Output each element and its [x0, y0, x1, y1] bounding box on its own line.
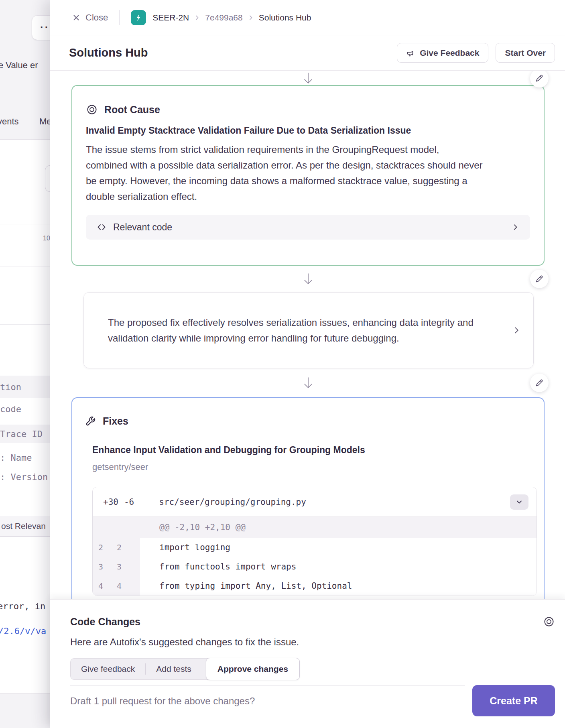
root-cause-header: Root Cause [86, 104, 530, 116]
background-table-row: : Version [0, 467, 50, 486]
solutions-scroll-area[interactable]: Root Cause Invalid Empty Stacktrace Vali… [50, 71, 565, 599]
code-changes-heading: Code Changes [70, 616, 140, 628]
root-cause-body: The issue stems from strict validation r… [86, 142, 483, 204]
panel-topbar: Close SEER-2N 7e499a68 Solutions Hub [50, 0, 565, 35]
diff-removed-count: -6 [124, 497, 134, 507]
pencil-icon [535, 73, 544, 83]
create-pr-button[interactable]: Create PR [472, 685, 555, 716]
flow-connector-row [71, 71, 545, 85]
give-feedback-button[interactable]: Give Feedback [397, 43, 488, 63]
arrow-down-icon [303, 377, 313, 389]
diff-added-count: +30 [103, 497, 118, 507]
close-label: Close [85, 12, 108, 23]
pull-request-row: Draft 1 pull request for the above chang… [70, 685, 555, 716]
solutions-hub-panel: Close SEER-2N 7e499a68 Solutions Hub Sol… [50, 0, 565, 728]
code-icon [96, 222, 107, 232]
diff-header[interactable]: +30 -6 src/seer/grouping/grouping.py [93, 487, 537, 517]
breadcrumb-page: Solutions Hub [259, 13, 311, 22]
background-sort-button[interactable]: ost Relevan [0, 516, 50, 537]
background-table-row: code [0, 398, 50, 420]
edit-fixes-button[interactable] [530, 374, 549, 392]
diff-code-text: from typing import Any, List, Optional [140, 581, 352, 591]
code-changes-header: Code Changes [70, 616, 555, 628]
diff-line: 4 4 from typing import Any, List, Option… [93, 576, 537, 596]
background-issue-title: e Value er [0, 60, 38, 71]
give-feedback-label: Give Feedback [420, 48, 479, 58]
background-stacktrace-text: error, in [0, 601, 45, 611]
background-docs-link[interactable]: /2.6/v/va [0, 626, 46, 636]
diff-code-text: import logging [140, 543, 230, 552]
pencil-icon [535, 274, 544, 284]
diff-file-path: src/seer/grouping/grouping.py [159, 497, 306, 507]
start-over-button[interactable]: Start Over [496, 43, 555, 63]
chevron-right-icon [512, 223, 520, 231]
breadcrumb-issue[interactable]: 7e499a68 [205, 13, 242, 22]
fix-repo: getsentry/seer [92, 462, 537, 472]
diff-line-numbers: 3 3 [93, 557, 140, 576]
target-icon [86, 104, 98, 116]
code-changes-footer: Code Changes Here are Autofix's suggeste… [50, 599, 565, 728]
fix-title: Enhance Input Validation and Debugging f… [92, 445, 537, 456]
diff-block: +30 -6 src/seer/grouping/grouping.py @@ … [92, 487, 537, 596]
background-table-row: tion [0, 376, 50, 398]
close-icon [72, 13, 81, 22]
wrench-icon [84, 415, 96, 427]
add-tests-action[interactable]: Add tests [146, 664, 202, 674]
background-tab-me[interactable]: Me [39, 116, 50, 127]
background-table-row: Trace ID [0, 425, 50, 443]
flow-connector-row [71, 368, 545, 397]
seer-logo-icon [131, 10, 146, 25]
insight-text: The proposed fix effectively resolves se… [108, 315, 497, 346]
background-more-actions-button[interactable]: ·· [32, 15, 50, 40]
edit-root-cause-button[interactable] [530, 71, 549, 87]
chevron-right-icon [512, 326, 521, 335]
breadcrumb-project[interactable]: SEER-2N [152, 13, 189, 22]
target-icon [543, 616, 555, 628]
chevron-right-icon [194, 14, 200, 21]
code-changes-actions: Give feedback Add tests Approve changes [70, 658, 300, 680]
fixes-header: Fixes [84, 415, 537, 427]
diff-line-numbers: 2 2 [93, 538, 140, 557]
background-header-area: ·· e Value er vents Me [0, 0, 50, 140]
divider [119, 10, 120, 25]
start-over-label: Start Over [505, 48, 546, 58]
root-cause-heading: Root Cause [104, 104, 160, 116]
panel-header: Solutions Hub Give Feedback Start Over [50, 35, 565, 71]
megaphone-icon [406, 49, 415, 57]
root-cause-title: Invalid Empty Stacktrace Validation Fail… [86, 125, 530, 136]
page-title: Solutions Hub [69, 46, 148, 59]
divider [0, 266, 50, 266]
background-tab-events[interactable]: vents [0, 116, 19, 127]
close-button[interactable]: Close [72, 12, 108, 23]
relevant-code-expander[interactable]: Relevant code [86, 215, 530, 240]
flow-connector-row [71, 266, 545, 292]
divider [0, 224, 50, 224]
background-count-label: 10 [43, 235, 50, 242]
arrow-down-icon [303, 273, 313, 285]
edit-insight-button[interactable] [530, 270, 549, 288]
arrow-down-icon [303, 72, 313, 84]
diff-line: 2 2 import logging [93, 538, 537, 557]
fixes-card: Fixes Enhance Input Validation and Debug… [71, 397, 545, 599]
diff-code-text: from functools import wraps [140, 562, 296, 571]
background-footer-bar [0, 693, 50, 728]
chevron-right-icon [248, 14, 254, 21]
diff-hunk-header: @@ -2,10 +2,10 @@ [93, 517, 537, 538]
code-changes-description: Here are Autofix's suggested changes to … [70, 636, 555, 648]
insight-card[interactable]: The proposed fix effectively resolves se… [83, 292, 534, 368]
give-feedback-action[interactable]: Give feedback [71, 664, 145, 674]
divider [0, 324, 50, 325]
fixes-heading: Fixes [103, 415, 128, 427]
diff-line-numbers: 4 4 [93, 576, 140, 596]
approve-changes-action[interactable]: Approve changes [206, 658, 300, 680]
background-page: ·· e Value er vents Me 10 tion code Trac… [0, 0, 50, 728]
background-table-row: : Name [0, 448, 50, 467]
relevant-code-label: Relevant code [113, 222, 172, 233]
diff-collapse-button[interactable] [510, 494, 528, 510]
chevron-down-icon [515, 498, 523, 506]
draft-pr-prompt: Draft 1 pull request for the above chang… [70, 685, 465, 716]
ellipsis-icon: ·· [40, 21, 49, 34]
background-search-input[interactable] [45, 165, 50, 192]
root-cause-card: Root Cause Invalid Empty Stacktrace Vali… [71, 85, 545, 266]
diff-line: 3 3 from functools import wraps [93, 557, 537, 576]
